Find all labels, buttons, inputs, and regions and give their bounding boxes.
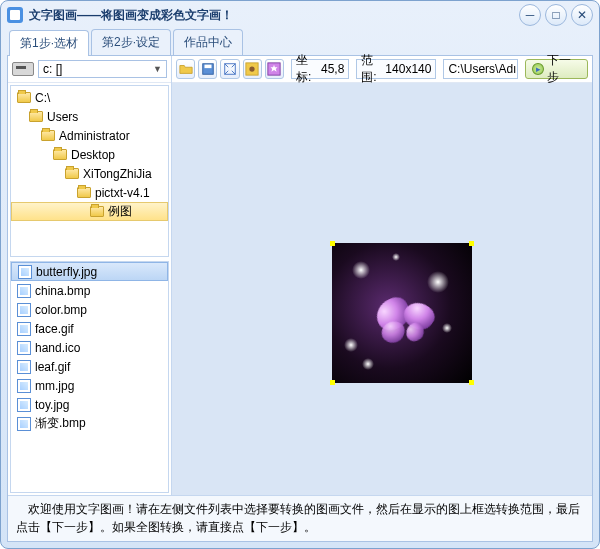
image-file-icon <box>17 417 31 431</box>
close-button[interactable]: ✕ <box>571 4 593 26</box>
tree-item-label: Administrator <box>59 129 130 143</box>
selection-rect[interactable] <box>332 243 472 383</box>
range-label: 范围: <box>361 52 385 86</box>
app-icon <box>7 7 23 23</box>
status-bar: 欢迎使用文字图画！请在左侧文件列表中选择要转换的图画文件，然后在显示的图上框选转… <box>8 495 592 541</box>
file-name: leaf.gif <box>35 360 70 374</box>
butterfly-graphic <box>370 295 440 345</box>
resize-handle-br[interactable] <box>469 380 474 385</box>
folder-icon <box>53 149 67 160</box>
file-name: 渐变.bmp <box>35 415 86 432</box>
path-text: C:\Users\Adı <box>448 62 516 76</box>
resize-handle-tl[interactable] <box>330 241 335 246</box>
file-name: mm.jpg <box>35 379 74 393</box>
file-name: color.bmp <box>35 303 87 317</box>
file-item[interactable]: hand.ico <box>11 338 168 357</box>
tree-item[interactable]: 例图 <box>11 202 168 221</box>
drive-icon <box>12 62 34 76</box>
open-button[interactable] <box>176 59 195 79</box>
chevron-down-icon: ▼ <box>153 64 162 74</box>
tree-item[interactable]: Users <box>11 107 168 126</box>
range-value: 140x140 <box>385 62 431 76</box>
coord-label: 坐标: <box>296 52 321 86</box>
app-window: 文字图画——将图画变成彩色文字画！ ─ □ ✕ 第1步·选材第2步·设定作品中心… <box>0 0 600 549</box>
folder-icon <box>77 187 91 198</box>
next-button[interactable]: ▸ 下一步 <box>525 59 588 79</box>
tab-2[interactable]: 作品中心 <box>173 29 243 55</box>
file-name: china.bmp <box>35 284 90 298</box>
actual-size-button[interactable] <box>243 59 262 79</box>
tree-item-label: pictxt-v4.1 <box>95 186 150 200</box>
arrow-down-icon: ▸ <box>532 63 544 75</box>
tree-item-label: Users <box>47 110 78 124</box>
file-item[interactable]: china.bmp <box>11 281 168 300</box>
file-list[interactable]: butterfly.jpgchina.bmpcolor.bmpface.gifh… <box>10 261 169 493</box>
folder-icon <box>41 130 55 141</box>
image-file-icon <box>17 284 31 298</box>
tab-0[interactable]: 第1步·选材 <box>9 30 89 56</box>
file-item[interactable]: 渐变.bmp <box>11 414 168 433</box>
tree-item[interactable]: Administrator <box>11 126 168 145</box>
file-name: hand.ico <box>35 341 80 355</box>
image-file-icon <box>17 322 31 336</box>
status-text: 欢迎使用文字图画！请在左侧文件列表中选择要转换的图画文件，然后在显示的图上框选转… <box>16 502 580 533</box>
tab-1[interactable]: 第2步·设定 <box>91 29 171 55</box>
coord-value: 45,8 <box>321 62 344 76</box>
folder-icon <box>17 92 31 103</box>
folder-icon <box>90 206 104 217</box>
preview-image <box>332 243 472 383</box>
content-area: c: [] ▼ C:\UsersAdministratorDesktopXiTo… <box>7 55 593 542</box>
file-item[interactable]: toy.jpg <box>11 395 168 414</box>
range-readout: 范围:140x140 <box>356 59 436 79</box>
folder-icon <box>65 168 79 179</box>
tree-item[interactable]: Desktop <box>11 145 168 164</box>
left-pane: c: [] ▼ C:\UsersAdministratorDesktopXiTo… <box>8 56 172 495</box>
image-file-icon <box>18 265 32 279</box>
file-item[interactable]: face.gif <box>11 319 168 338</box>
drive-selected-text: c: [] <box>43 62 62 76</box>
window-title: 文字图画——将图画变成彩色文字画！ <box>29 7 515 24</box>
drive-row: c: [] ▼ <box>8 56 171 83</box>
file-item[interactable]: color.bmp <box>11 300 168 319</box>
image-file-icon <box>17 379 31 393</box>
image-file-icon <box>17 341 31 355</box>
preview-canvas[interactable] <box>172 83 592 495</box>
tree-item[interactable]: XiTongZhiJia <box>11 164 168 183</box>
next-label: 下一步 <box>547 52 581 86</box>
svg-rect-1 <box>204 65 211 69</box>
fit-button[interactable] <box>220 59 239 79</box>
resize-handle-bl[interactable] <box>330 380 335 385</box>
image-file-icon <box>17 360 31 374</box>
tree-item-label: 例图 <box>108 203 132 220</box>
tree-item[interactable]: pictxt-v4.1 <box>11 183 168 202</box>
right-pane: 坐标:45,8 范围:140x140 C:\Users\Adı ▸ 下一步 <box>172 56 592 495</box>
file-item[interactable]: mm.jpg <box>11 376 168 395</box>
minimize-button[interactable]: ─ <box>519 4 541 26</box>
resize-handle-tr[interactable] <box>469 241 474 246</box>
file-name: face.gif <box>35 322 74 336</box>
file-item[interactable]: butterfly.jpg <box>11 262 168 281</box>
tree-item-label: C:\ <box>35 91 50 105</box>
image-file-icon <box>17 303 31 317</box>
path-field[interactable]: C:\Users\Adı <box>443 59 518 79</box>
image-file-icon <box>17 398 31 412</box>
maximize-button[interactable]: □ <box>545 4 567 26</box>
tree-item-label: XiTongZhiJia <box>83 167 152 181</box>
titlebar: 文字图画——将图画变成彩色文字画！ ─ □ ✕ <box>1 1 599 29</box>
file-name: butterfly.jpg <box>36 265 97 279</box>
save-button[interactable] <box>198 59 217 79</box>
toolbar: 坐标:45,8 范围:140x140 C:\Users\Adı ▸ 下一步 <box>172 56 592 83</box>
folder-icon <box>29 111 43 122</box>
file-name: toy.jpg <box>35 398 69 412</box>
tree-item-label: Desktop <box>71 148 115 162</box>
coord-readout: 坐标:45,8 <box>291 59 349 79</box>
file-item[interactable]: leaf.gif <box>11 357 168 376</box>
effect-button[interactable] <box>265 59 284 79</box>
svg-point-4 <box>250 66 255 71</box>
upper-pane: c: [] ▼ C:\UsersAdministratorDesktopXiTo… <box>8 56 592 495</box>
drive-select[interactable]: c: [] ▼ <box>38 60 167 78</box>
folder-tree[interactable]: C:\UsersAdministratorDesktopXiTongZhiJia… <box>10 85 169 257</box>
tree-item[interactable]: C:\ <box>11 88 168 107</box>
